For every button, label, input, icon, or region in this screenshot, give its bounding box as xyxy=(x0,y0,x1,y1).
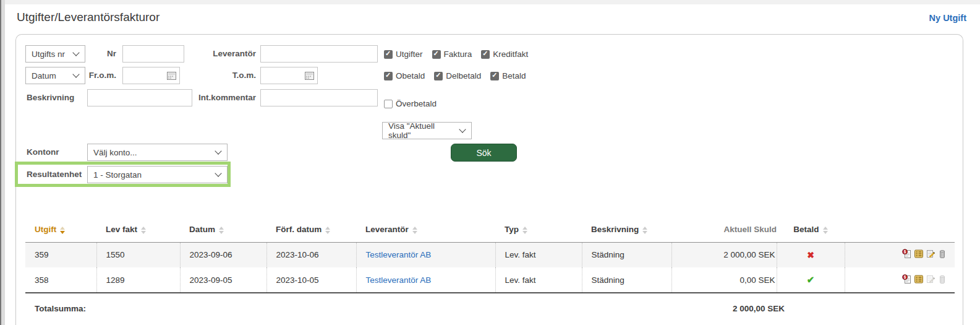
extra-checkbox-group: Överbetald xyxy=(384,99,437,108)
column-header-lev-fakt[interactable]: Lev fakt xyxy=(96,217,180,242)
checkbox-checked-icon xyxy=(490,72,499,80)
sort-icon xyxy=(141,227,146,234)
table-header-row: Utgift Lev fakt Datum Förf. datum Levera… xyxy=(25,217,955,242)
cell-typ: Lev. fakt xyxy=(495,242,582,267)
search-type-select[interactable]: Utgifts nr xyxy=(25,45,85,63)
cell-utgift: 359 xyxy=(25,242,96,267)
window-top-edge xyxy=(0,0,980,4)
checkbox-obetald[interactable]: Obetald xyxy=(384,71,425,80)
checkbox-checked-icon xyxy=(434,72,443,80)
column-header-typ[interactable]: Typ xyxy=(495,217,582,242)
search-button[interactable]: Sök xyxy=(451,144,517,162)
chevron-down-icon xyxy=(459,126,466,132)
table-row: 358 1289 2023-09-05 2023-10-05 Testlever… xyxy=(25,267,955,293)
konto-value: Välj konto... xyxy=(93,148,137,157)
checkbox-utgifter[interactable]: Utgifter xyxy=(384,50,423,59)
cell-actions: $ xyxy=(845,267,955,293)
sort-icon xyxy=(823,227,828,234)
cell-betald: ✖ xyxy=(777,242,845,267)
date-type-value: Datum xyxy=(32,71,56,80)
nr-label: Nr xyxy=(78,49,116,58)
table-footer: Totalsumma: 2 000,00 SEK xyxy=(25,304,955,316)
cell-utgift: 358 xyxy=(25,267,96,293)
window-left-edge xyxy=(0,0,5,325)
calendar-icon[interactable] xyxy=(305,72,314,80)
cell-actions: $ xyxy=(845,242,955,267)
int-kommentar-label: Int.kommentar xyxy=(189,93,256,102)
sort-icon xyxy=(219,227,224,234)
total-label: Totalsumma: xyxy=(25,304,86,313)
payment-icon[interactable]: $ xyxy=(902,249,912,259)
checkbox-kreditfakt[interactable]: Kreditfakt xyxy=(481,50,528,59)
cell-beskrivning: Städning xyxy=(582,267,671,293)
column-header-forf-datum[interactable]: Förf. datum xyxy=(266,217,356,242)
calendar-icon[interactable] xyxy=(167,72,176,80)
svg-text:$: $ xyxy=(904,249,906,254)
cell-aktuell-skuld: 2 000,00 SEK xyxy=(671,242,777,267)
checkbox-checked-icon xyxy=(384,50,393,59)
edit-icon xyxy=(926,274,935,284)
checkbox-faktura[interactable]: Faktura xyxy=(432,50,472,59)
checkbox-betald[interactable]: Betald xyxy=(490,71,526,80)
table-row: 359 1550 2023-09-06 2023-10-06 Testlever… xyxy=(25,242,955,267)
beskrivning-label: Beskrivning xyxy=(27,93,74,102)
sort-icon xyxy=(642,227,647,234)
nr-input[interactable] xyxy=(122,45,184,63)
int-kommentar-input[interactable] xyxy=(260,89,378,106)
column-header-datum[interactable]: Datum xyxy=(180,217,266,242)
cell-datum: 2023-09-06 xyxy=(180,242,266,267)
supplier-link[interactable]: Testleverantör AB xyxy=(366,250,432,259)
checkbox-checked-icon xyxy=(384,72,393,80)
checkbox-checked-icon xyxy=(432,50,441,59)
sort-icon xyxy=(412,227,417,234)
bookkeeping-icon[interactable] xyxy=(914,249,924,259)
total-value: 2 000,00 SEK xyxy=(733,304,785,313)
cell-aktuell-skuld: 0,00 SEK xyxy=(671,267,777,293)
from-label: Fr.o.m. xyxy=(78,71,116,80)
konto-select[interactable]: Välj konto... xyxy=(87,144,228,161)
column-header-leverantor[interactable]: Leverantör xyxy=(356,217,495,242)
beskrivning-input[interactable] xyxy=(87,89,192,106)
results-table-wrap: Utgift Lev fakt Datum Förf. datum Levera… xyxy=(25,217,955,316)
cell-leverantor: Testleverantör AB xyxy=(356,267,495,293)
column-header-aktuell-skuld: Aktuell Skuld xyxy=(671,217,777,242)
status-checkbox-group: Obetald Delbetald Betald xyxy=(384,71,526,80)
leverantor-input[interactable] xyxy=(260,45,378,63)
sort-icon xyxy=(60,227,65,234)
checkbox-delbetald[interactable]: Delbetald xyxy=(434,71,481,80)
supplier-link[interactable]: Testleverantör AB xyxy=(366,275,432,285)
bookkeeping-icon[interactable] xyxy=(914,274,924,284)
to-label: T.o.m. xyxy=(188,71,256,80)
resultatenhet-select[interactable]: 1 - Storgatan xyxy=(87,166,228,183)
new-expense-link[interactable]: Ny Utgift xyxy=(929,13,966,23)
cell-betald: ✔ xyxy=(777,267,845,293)
search-type-value: Utgifts nr xyxy=(32,50,65,59)
edit-icon[interactable] xyxy=(926,249,935,259)
cell-forf-datum: 2023-10-05 xyxy=(266,267,356,293)
date-type-select[interactable]: Datum xyxy=(25,67,85,84)
cell-lev-fakt: 1550 xyxy=(96,242,180,267)
results-table: Utgift Lev fakt Datum Förf. datum Levera… xyxy=(25,217,955,293)
leverantor-label: Leverantör xyxy=(188,49,256,58)
cell-forf-datum: 2023-10-06 xyxy=(266,242,356,267)
cell-lev-fakt: 1289 xyxy=(96,267,180,293)
payment-icon[interactable]: $ xyxy=(902,274,912,284)
column-header-utgift[interactable]: Utgift xyxy=(25,217,96,242)
cell-beskrivning: Städning xyxy=(582,242,671,267)
checkbox-overbetald[interactable]: Överbetald xyxy=(384,99,437,108)
delete-icon xyxy=(937,274,947,284)
checkbox-unchecked-icon xyxy=(384,100,393,108)
sort-icon xyxy=(522,227,527,234)
page-title: Utgifter/Leverantörsfakturor xyxy=(17,11,160,24)
sort-icon xyxy=(325,227,330,234)
svg-text:$: $ xyxy=(904,275,906,280)
column-header-beskrivning[interactable]: Beskrivning xyxy=(582,217,671,242)
kontonr-label: Kontonr xyxy=(27,147,59,157)
chevron-down-icon xyxy=(215,147,221,154)
visa-mode-select[interactable]: Visa "Aktuell skuld" xyxy=(382,122,472,139)
column-header-betald[interactable]: Betald xyxy=(777,217,845,242)
cell-typ: Lev. fakt xyxy=(495,267,582,293)
delete-icon[interactable] xyxy=(937,249,947,259)
column-header-actions xyxy=(845,217,955,242)
unpaid-icon: ✖ xyxy=(807,250,814,260)
